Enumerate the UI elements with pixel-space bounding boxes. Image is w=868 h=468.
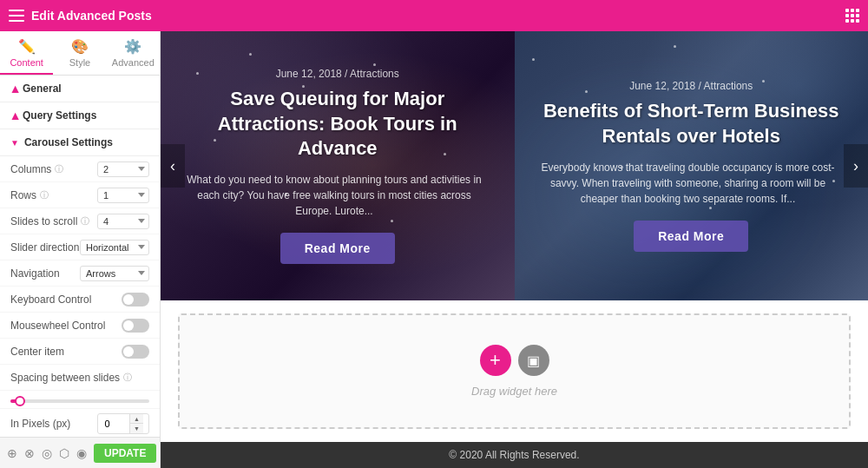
slide-2: June 12, 2018 / Attractions Benefits of …	[515, 31, 869, 300]
tab-advanced[interactable]: ⚙️ Advanced	[107, 31, 160, 75]
slides-to-scroll-info-icon[interactable]: ⓘ	[81, 215, 89, 227]
mousewheel-control-toggle	[122, 319, 149, 333]
mousewheel-toggle-thumb	[123, 320, 134, 331]
center-item-label: Center item	[10, 346, 122, 358]
navigation-label: Navigation	[10, 267, 80, 280]
slides-to-scroll-select[interactable]: 4123	[97, 214, 149, 229]
bottom-icon-2[interactable]: ⊗	[24, 446, 35, 460]
columns-select[interactable]: 2134	[97, 161, 149, 177]
top-bar-title: Edit Advanced Posts	[31, 9, 152, 23]
spacing-slider-track[interactable]	[10, 399, 149, 403]
slide-2-read-more[interactable]: Read More	[634, 221, 748, 252]
columns-control: 2134	[97, 161, 149, 177]
center-item-toggle	[122, 345, 149, 359]
bottom-icon-4[interactable]: ⬡	[59, 446, 69, 460]
tab-advanced-label: Advanced	[112, 57, 155, 68]
carousel-label: Carousel Settings	[24, 136, 113, 148]
spacing-spinners: ▲ ▼	[129, 414, 143, 433]
bottom-icon-5[interactable]: ◉	[76, 446, 87, 460]
keyboard-control-label: Keyboard Control	[10, 293, 122, 306]
columns-label: Columns ⓘ	[10, 163, 97, 175]
spacing-value-row: In Pixels (px) ▲ ▼	[0, 409, 160, 437]
add-widget-button[interactable]: +	[480, 345, 511, 376]
slide-2-title: Benefits of Short-Term Business Rentals …	[541, 99, 843, 148]
sidebar-content: ▶ General ▶ Query Settings ▼ Carousel Se…	[0, 76, 160, 437]
drag-hint: Drag widget here	[471, 385, 557, 398]
carousel-area: ‹	[161, 31, 868, 300]
slider-direction-control: HorizontalVertical	[80, 240, 149, 255]
general-label: General	[23, 82, 62, 95]
keyboard-toggle[interactable]	[122, 293, 149, 307]
slide-1-title: Save Queuing for Major Attractions: Book…	[187, 87, 489, 161]
setting-slider-direction: Slider direction HorizontalVertical	[0, 234, 160, 260]
widget-icon-button[interactable]: ▣	[518, 345, 549, 376]
grid-icon[interactable]	[845, 9, 859, 23]
spacing-input[interactable]	[98, 417, 129, 431]
slide-1-meta: June 12, 2018 / Attractions	[187, 68, 489, 80]
slide-2-excerpt: Everybody knows that traveling double oc…	[541, 160, 836, 207]
spacing-value-control: ▲ ▼	[97, 413, 149, 434]
bottom-icon-1[interactable]: ⊕	[7, 446, 17, 460]
spacing-up[interactable]: ▲	[129, 414, 143, 424]
slide-1-content: June 12, 2018 / Attractions Save Queuing…	[161, 50, 515, 281]
content-icon: ✏️	[18, 38, 36, 55]
setting-center-item: Center item	[0, 339, 160, 365]
update-button[interactable]: UPDATE	[94, 444, 156, 463]
sidebar-tabs: ✏️ Content 🎨 Style ⚙️ Advanced	[0, 31, 160, 76]
carousel-arrow-right[interactable]: ›	[844, 144, 868, 188]
keyboard-control-toggle	[122, 293, 149, 307]
center-toggle-thumb	[123, 346, 134, 357]
hamburger-icon[interactable]	[9, 10, 24, 22]
rows-label: Rows ⓘ	[10, 189, 97, 201]
slider-direction-select[interactable]: HorizontalVertical	[80, 240, 149, 255]
section-query[interactable]: ▶ Query Settings	[0, 102, 160, 129]
tab-content[interactable]: ✏️ Content	[0, 31, 53, 75]
slide-2-content: June 12, 2018 / Attractions Benefits of …	[515, 63, 869, 268]
slider-direction-label: Slider direction	[10, 241, 80, 254]
keyboard-toggle-thumb	[123, 294, 134, 305]
bottom-icon-3[interactable]: ◎	[42, 446, 52, 460]
spacing-down[interactable]: ▼	[129, 424, 143, 433]
slide-1-excerpt: What do you need to know about planning …	[187, 172, 482, 219]
rows-info-icon[interactable]: ⓘ	[40, 189, 49, 201]
setting-rows: Rows ⓘ 1234	[0, 182, 160, 208]
carousel-slides: June 12, 2018 / Attractions Save Queuing…	[161, 31, 868, 300]
slides-to-scroll-label: Slides to scroll ⓘ	[10, 215, 97, 227]
query-arrow: ▶	[10, 112, 19, 119]
slide-2-meta: June 12, 2018 / Attractions	[541, 80, 843, 92]
widget-drop-area: + ▣ Drag widget here	[178, 313, 851, 429]
slide-1: June 12, 2018 / Attractions Save Queuing…	[161, 31, 515, 300]
section-general[interactable]: ▶ General	[0, 76, 160, 102]
spacing-slider-thumb[interactable]	[15, 396, 25, 406]
sidebar-bottom-bar: ⊕ ⊗ ◎ ⬡ ◉ UPDATE ▼	[0, 437, 160, 468]
footer-text: © 2020 All Rights Reserved.	[449, 449, 579, 461]
setting-mousewheel-control: Mousewheel Control	[0, 313, 160, 339]
spacing-label: Spacing between slides ⓘ	[10, 372, 149, 384]
columns-info-icon[interactable]: ⓘ	[55, 163, 63, 175]
top-bar-left: Edit Advanced Posts	[9, 9, 152, 23]
tab-style[interactable]: 🎨 Style	[53, 31, 106, 75]
navigation-select[interactable]: ArrowsDotsNone	[80, 266, 149, 281]
setting-spacing-label-row: Spacing between slides ⓘ	[0, 365, 160, 391]
center-toggle[interactable]	[122, 345, 149, 359]
slide-1-read-more[interactable]: Read More	[280, 233, 395, 264]
carousel-arrow-left[interactable]: ‹	[161, 144, 185, 188]
setting-slides-to-scroll: Slides to scroll ⓘ 4123	[0, 208, 160, 234]
carousel-arrow: ▼	[10, 138, 19, 148]
mousewheel-toggle[interactable]	[122, 319, 149, 333]
spacing-unit-label: In Pixels (px)	[10, 418, 97, 430]
main-layout: ✏️ Content 🎨 Style ⚙️ Advanced ▶ General…	[0, 31, 868, 468]
tab-style-label: Style	[69, 57, 90, 68]
section-carousel[interactable]: ▼ Carousel Settings	[0, 129, 160, 156]
spacing-info-icon[interactable]: ⓘ	[123, 372, 132, 384]
style-icon: 🎨	[71, 38, 89, 55]
setting-keyboard-control: Keyboard Control	[0, 287, 160, 313]
rows-select[interactable]: 1234	[97, 188, 149, 203]
slides-to-scroll-control: 4123	[97, 214, 149, 229]
mousewheel-control-label: Mousewheel Control	[10, 320, 122, 332]
main-content: ‹	[161, 31, 868, 468]
general-arrow: ▶	[10, 85, 19, 92]
tab-content-label: Content	[10, 57, 43, 68]
main-footer: © 2020 All Rights Reserved.	[161, 442, 868, 468]
spacing-slider-row	[0, 391, 160, 409]
